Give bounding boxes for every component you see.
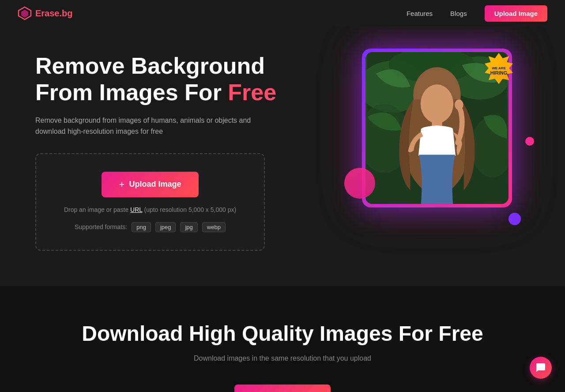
logo[interactable]: Erase.bg	[18, 6, 73, 20]
logo-icon	[18, 6, 32, 20]
hiring-main: HIRING	[490, 70, 508, 75]
section-upload-button[interactable]: Upload Image	[234, 384, 331, 392]
plus-icon: +	[119, 179, 125, 190]
format-webp: webp	[202, 222, 226, 232]
nav-links: Features Blogs Upload Image	[407, 5, 547, 22]
formats-row: Supported formats: png jpeg jpg webp	[49, 222, 251, 232]
hero-illustration	[365, 52, 508, 204]
dot-pink-right	[525, 137, 534, 146]
chat-bubble[interactable]	[530, 357, 552, 379]
navbar: Erase.bg Features Blogs Upload Image	[0, 0, 565, 26]
format-jpg: jpg	[180, 222, 197, 232]
hero-title: Remove Background From Images For Free	[35, 53, 327, 106]
svg-point-11	[455, 100, 463, 110]
formats-label: Supported formats:	[75, 223, 127, 230]
section-download: Download High Quality Images For Free Do…	[0, 286, 565, 392]
upload-btn-label: Upload Image	[129, 180, 181, 189]
hiring-we: WE ARE	[492, 66, 506, 70]
section-two-title: Download High Quality Images For Free	[18, 321, 547, 346]
chat-icon	[535, 362, 546, 373]
hero-section: Remove Background From Images For Free R…	[0, 26, 565, 286]
dot-purple-bottom	[508, 213, 521, 225]
hero-subtitle: Remove background from images of humans,…	[35, 115, 265, 137]
format-png: png	[132, 222, 151, 232]
hero-content: Remove Background From Images For Free R…	[35, 53, 327, 251]
upload-main-button[interactable]: + Upload Image	[102, 172, 199, 197]
woman-figure	[365, 52, 508, 204]
hero-image-area: WE ARE HIRING	[344, 49, 530, 234]
svg-point-9	[421, 84, 453, 123]
nav-features[interactable]: Features	[407, 10, 433, 17]
drop-hint: Drop an image or paste URL (upto resolut…	[49, 206, 251, 213]
svg-marker-1	[21, 10, 28, 18]
upload-dropzone[interactable]: + Upload Image Drop an image or paste UR…	[35, 153, 265, 251]
nav-blogs[interactable]: Blogs	[450, 10, 467, 17]
image-inner	[365, 52, 508, 204]
format-jpeg: jpeg	[155, 222, 176, 232]
url-link[interactable]: URL	[130, 206, 143, 213]
section-two-subtitle: Download images in the same resolution t…	[18, 354, 547, 362]
dot-pink-large	[344, 168, 375, 199]
nav-upload-button[interactable]: Upload Image	[485, 5, 547, 22]
hero-image-container: WE ARE HIRING	[362, 49, 512, 207]
logo-text: Erase.bg	[35, 8, 73, 19]
